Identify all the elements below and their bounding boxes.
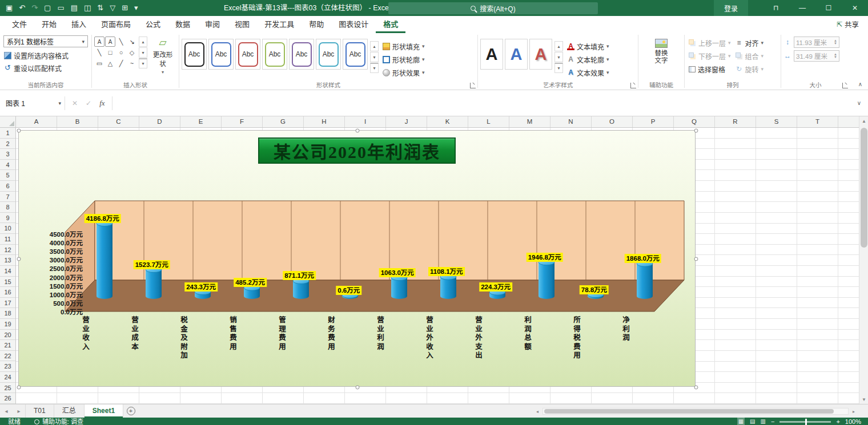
column-header-A[interactable]: A [16, 116, 57, 128]
column-header-O[interactable]: O [592, 116, 633, 128]
column-header-J[interactable]: J [386, 116, 427, 128]
gallery-up-icon[interactable]: ▴ [554, 41, 563, 51]
shape-gallery-item[interactable]: ◇ [127, 47, 137, 58]
row-header-5[interactable]: 5 [0, 170, 15, 181]
column-header-S[interactable]: S [756, 116, 797, 128]
y-axis-label[interactable]: 4000.0万元 [19, 238, 83, 247]
row-header-10[interactable]: 10 [0, 223, 15, 234]
data-label[interactable]: 1523.7万元 [134, 260, 170, 269]
row-header-23[interactable]: 23 [0, 361, 15, 372]
shape-width-field[interactable]: 31.49 厘米 ▲▼ [794, 50, 839, 62]
accessibility-status[interactable]: 辅助功能: 调查 [34, 418, 83, 425]
shape-gallery-item[interactable]: A [105, 37, 115, 47]
row-header-6[interactable]: 6 [0, 181, 15, 192]
wordart-style-tile[interactable]: A [529, 39, 552, 70]
sheet-tab-1[interactable]: 汇总 [54, 404, 85, 418]
row-header-13[interactable]: 13 [0, 255, 15, 266]
row-header-25[interactable]: 25 [0, 383, 15, 394]
zoom-thumb[interactable] [805, 419, 807, 425]
y-axis-label[interactable]: 0.0万元 [19, 307, 83, 316]
ribbon-tab-5[interactable]: 数据 [168, 16, 198, 33]
wordart-style-tile[interactable]: A [505, 39, 528, 70]
ribbon-tab-1[interactable]: 开始 [34, 16, 64, 33]
data-label[interactable]: 1063.0万元 [379, 268, 416, 277]
row-header-19[interactable]: 19 [0, 319, 15, 330]
ribbon-tab-0[interactable]: 文件 [5, 16, 34, 33]
y-axis-label[interactable]: 2000.0万元 [19, 273, 83, 282]
column-header-D[interactable]: D [139, 116, 180, 128]
data-label[interactable]: 78.8万元 [580, 285, 609, 294]
resize-handle[interactable] [17, 257, 21, 261]
category-label[interactable]: 营业外支出 [472, 316, 484, 380]
scroll-up-icon[interactable]: ▲ [859, 116, 868, 126]
zoom-out-icon[interactable]: − [771, 418, 774, 425]
ribbon-tab-6[interactable]: 审阅 [198, 16, 227, 33]
column-header-P[interactable]: P [633, 116, 674, 128]
y-axis-label[interactable]: 1000.0万元 [19, 290, 83, 299]
stepper-icon[interactable]: ▲▼ [834, 39, 837, 45]
resize-handle[interactable] [694, 129, 698, 133]
row-header-15[interactable]: 15 [0, 277, 15, 288]
chart-element-selector[interactable]: 系列1 数据标签▾ [3, 35, 88, 47]
minimize-button[interactable]: — [789, 0, 815, 16]
category-label[interactable]: 利润总额 [521, 316, 533, 380]
chart-object[interactable]: 4500.0万元4000.0万元3500.0万元3000.0万元2500.0万元… [18, 130, 696, 387]
ribbon-tab-3[interactable]: 页面布局 [94, 16, 138, 33]
gallery-more-icon[interactable]: ▾ [139, 58, 147, 68]
row-header-17[interactable]: 17 [0, 298, 15, 309]
data-label[interactable]: 243.3万元 [184, 282, 218, 292]
search-box[interactable]: 搜索(Alt+Q) [388, 2, 598, 14]
horizontal-scroll-thumb[interactable] [544, 409, 834, 414]
gallery-more-icon[interactable]: ▾ [370, 63, 379, 73]
zoom-in-icon[interactable]: + [836, 418, 839, 425]
stepper-icon[interactable]: ▲▼ [834, 53, 837, 59]
shape-gallery-item[interactable]: ╲ [116, 37, 126, 47]
row-header-22[interactable]: 22 [0, 351, 15, 362]
category-label[interactable]: 营业成本 [128, 316, 140, 380]
rotate-button[interactable]: ↻ 旋转▾ [734, 63, 766, 75]
row-header-18[interactable]: 18 [0, 308, 15, 319]
row-header-16[interactable]: 16 [0, 287, 15, 298]
ribbon-display-options-icon[interactable]: ⊓ [763, 0, 789, 16]
formula-input[interactable] [112, 96, 853, 110]
column-header-E[interactable]: E [180, 116, 222, 128]
shape-gallery-item[interactable]: ○ [116, 47, 126, 58]
filter-icon[interactable]: ▽ [110, 0, 115, 16]
y-axis-label[interactable]: 3000.0万元 [19, 255, 83, 264]
shape-gallery-item[interactable]: △ [105, 58, 115, 68]
chart-title[interactable]: 某公司2020年利润表 [258, 137, 456, 164]
category-label[interactable]: 净利润 [619, 316, 632, 380]
zoom-slider[interactable] [779, 421, 831, 423]
shape-style-tile[interactable]: Abc [343, 39, 368, 70]
column-header-L[interactable]: L [468, 116, 509, 128]
table-icon[interactable]: ⊞ [122, 0, 128, 16]
category-label[interactable]: 管理费用 [275, 316, 288, 380]
y-axis-label[interactable]: 500.0万元 [19, 298, 83, 307]
page-break-view-icon[interactable]: ▥ [761, 418, 766, 425]
open-icon[interactable]: ▭ [57, 0, 64, 16]
column-header-B[interactable]: B [57, 116, 98, 128]
ribbon-tab-4[interactable]: 公式 [138, 16, 168, 33]
column-header-H[interactable]: H [304, 116, 345, 128]
gallery-up-icon[interactable]: ▴ [139, 37, 147, 47]
page-layout-view-icon[interactable]: ▤ [750, 418, 755, 425]
row-header-8[interactable]: 8 [0, 202, 15, 213]
category-label[interactable]: 营业外收入 [423, 316, 435, 380]
shape-gallery-item[interactable]: □ [105, 47, 115, 58]
data-label[interactable]: 871.1万元 [283, 271, 316, 280]
data-label[interactable]: 1946.8万元 [527, 253, 563, 262]
y-axis-label[interactable]: 2500.0万元 [19, 264, 83, 273]
enter-icon[interactable]: ✓ [86, 99, 91, 107]
selection-pane-button[interactable]: 选择窗格 [687, 63, 733, 75]
new-icon[interactable]: ▢ [44, 0, 51, 16]
change-shape-button[interactable]: ▱ 更改形状 ▾ [149, 35, 176, 77]
y-axis-label[interactable]: 1500.0万元 [19, 281, 83, 290]
group-button[interactable]: 组合▾ [734, 50, 766, 62]
shape-effects-button[interactable]: 形状效果▾ [381, 66, 427, 79]
vertical-scrollbar[interactable]: ▲ ▼ [859, 116, 868, 404]
data-label[interactable]: 0.6万元 [336, 286, 361, 295]
data-label[interactable]: 1868.0万元 [625, 254, 661, 263]
shape-gallery-item[interactable]: ↘ [127, 37, 137, 47]
shape-height-field[interactable]: 11.93 厘米 ▲▼ [794, 37, 839, 48]
redo-icon[interactable]: ↷ [31, 0, 38, 16]
